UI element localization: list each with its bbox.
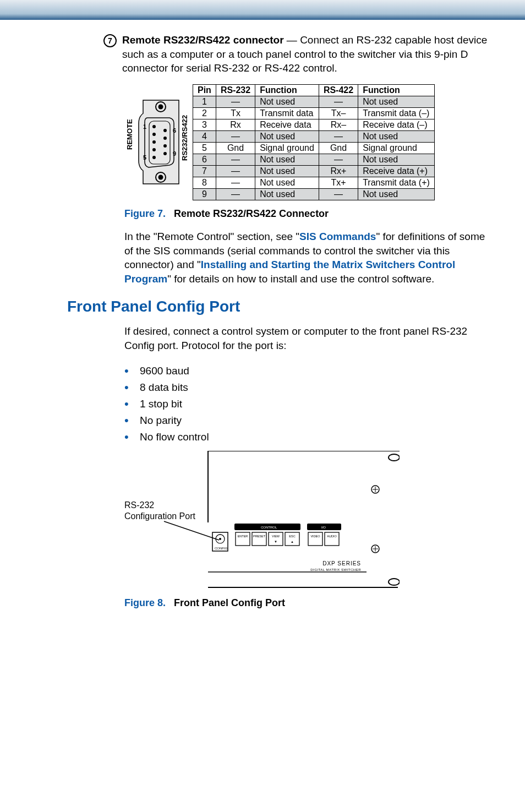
table-cell: Receive data	[255, 119, 319, 130]
table-cell: 7	[193, 165, 216, 177]
svg-point-17	[389, 454, 400, 461]
list-item: No flow control	[124, 431, 492, 443]
table-cell: Not used	[358, 154, 435, 165]
table-cell: Transmit data (–)	[358, 107, 435, 119]
table-cell: —	[216, 177, 255, 188]
table-row: 8—Not usedTx+Transmit data (+)	[193, 177, 435, 188]
svg-point-8	[152, 148, 156, 151]
table-cell: —	[319, 130, 358, 142]
table-cell: Not used	[358, 130, 435, 142]
db9-connector-diagram: REMOTE RS232/RS422 1 5 6 9	[127, 95, 193, 189]
svg-point-7	[152, 140, 156, 144]
svg-point-28	[219, 538, 221, 540]
figure-7-title: Remote RS232/RS422 Connector	[174, 208, 329, 219]
item-7-sep: —	[284, 34, 300, 46]
figure-8-label: Figure 8.	[124, 597, 166, 608]
pin9-label: 9	[173, 150, 176, 157]
table-cell: Not used	[255, 130, 319, 142]
table-row: 9—Not used—Not used	[193, 188, 435, 200]
down-arrow-icon: ▼	[274, 540, 277, 543]
item-7-text: Remote RS232/RS422 connector — Connect a…	[122, 33, 492, 75]
table-cell: Signal ground	[255, 142, 319, 154]
table-cell: Gnd	[319, 142, 358, 154]
panel-button-label: PRESET	[253, 535, 266, 538]
brand-line2: DIGITAL MATRIX SWITCHER	[310, 568, 361, 571]
section-heading: Front Panel Config Port	[67, 298, 492, 315]
svg-point-5	[152, 125, 156, 128]
table-cell: Gnd	[216, 142, 255, 154]
item-7-row: 7 Remote RS232/RS422 connector — Connect…	[103, 33, 492, 75]
table-cell: Transmit data (+)	[358, 177, 435, 188]
table-cell: Tx–	[319, 107, 358, 119]
list-item: No parity	[124, 415, 492, 427]
connector-table-area: REMOTE RS232/RS422 1 5 6 9 Pin RS-232 Fu…	[127, 84, 492, 200]
table-cell: —	[319, 96, 358, 107]
table-cell: Not used	[255, 154, 319, 165]
table-cell: Receive data (+)	[358, 165, 435, 177]
table-cell: 2	[193, 107, 216, 119]
page-top-bar	[0, 0, 525, 20]
table-cell: 5	[193, 142, 216, 154]
config-port-label: Configuration Port	[124, 511, 196, 521]
table-cell: —	[216, 165, 255, 177]
panel-button-label: VIEW	[272, 535, 280, 538]
table-cell: Tx+	[319, 177, 358, 188]
table-cell: Not used	[255, 188, 319, 200]
rs232-label: RS-232	[124, 500, 154, 510]
panel-button-label: ENTER	[238, 535, 248, 538]
figure-7-label: Figure 7.	[124, 208, 166, 219]
svg-point-10	[163, 129, 167, 132]
figure-8-caption: Figure 8. Front Panel Config Port	[124, 597, 492, 609]
panel-button-label: ESC	[289, 535, 295, 538]
up-arrow-icon: ▲	[291, 540, 294, 543]
table-row: 3RxReceive dataRx–Receive data (–)	[193, 119, 435, 130]
config-port-intro: If desired, connect a control system or …	[124, 324, 492, 352]
config-jack-label: CONFIG	[215, 547, 228, 550]
table-cell: Rx+	[319, 165, 358, 177]
remote-label: REMOTE	[127, 119, 134, 150]
table-cell: —	[216, 188, 255, 200]
svg-point-6	[152, 133, 156, 136]
figure-8-title: Front Panel Config Port	[174, 597, 285, 608]
table-cell: —	[216, 96, 255, 107]
table-row: 5GndSignal groundGndSignal ground	[193, 142, 435, 154]
figure-7-caption: Figure 7. Remote RS232/RS422 Connector	[124, 208, 492, 220]
table-cell: Signal ground	[358, 142, 435, 154]
svg-point-9	[152, 156, 156, 159]
table-cell: Not used	[255, 96, 319, 107]
control-group-label: CONTROL	[261, 526, 277, 529]
table-cell: 9	[193, 188, 216, 200]
table-row: 6—Not used—Not used	[193, 154, 435, 165]
table-cell: —	[216, 130, 255, 142]
svg-point-12	[163, 144, 167, 148]
table-cell: Not used	[255, 165, 319, 177]
table-cell: 3	[193, 119, 216, 130]
sis-commands-link[interactable]: SIS Commands	[299, 231, 376, 242]
remote-control-paragraph: In the "Remote Control" section, see "SI…	[124, 230, 492, 286]
para1-c: " for details on how to install and use …	[167, 273, 434, 285]
table-cell: Not used	[358, 96, 435, 107]
pin-table: Pin RS-232 Function RS-422 Function 1—No…	[193, 84, 435, 200]
th-func1: Function	[255, 84, 319, 96]
table-cell: Rx	[216, 119, 255, 130]
rs-label: RS232/RS422	[181, 115, 189, 161]
table-row: 7—Not usedRx+Receive data (+)	[193, 165, 435, 177]
para1-a: In the "Remote Control" section, see "	[124, 231, 299, 242]
table-cell: —	[319, 154, 358, 165]
pin5-label: 5	[143, 154, 146, 161]
table-cell: Receive data (–)	[358, 119, 435, 130]
th-rs422: RS-422	[319, 84, 358, 96]
table-cell: Not used	[255, 177, 319, 188]
svg-point-11	[163, 137, 167, 140]
svg-point-13	[163, 152, 167, 155]
svg-point-18	[389, 579, 400, 585]
table-row: 4—Not used—Not used	[193, 130, 435, 142]
brand-line1: DXP SERIES	[322, 560, 361, 566]
table-cell: Tx	[216, 107, 255, 119]
table-cell: —	[216, 154, 255, 165]
protocol-list: 9600 baud8 data bits1 stop bitNo parityN…	[124, 365, 492, 443]
item-7-title: Remote RS232/RS422 connector	[122, 34, 284, 46]
pin6-label: 6	[173, 127, 176, 134]
table-row: 1—Not used—Not used	[193, 96, 435, 107]
th-pin: Pin	[193, 84, 216, 96]
